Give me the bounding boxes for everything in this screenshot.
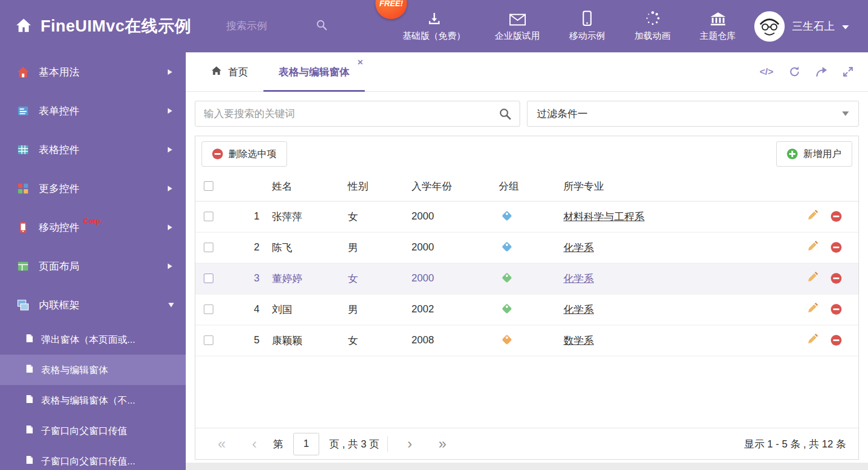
- row-checkbox[interactable]: [204, 212, 213, 221]
- pagination-bar: « ‹ 第 页 , 共 3 页 › » 显示 1 - 5 条 , 共 12 条: [195, 428, 858, 459]
- brand[interactable]: FineUIMvc在线示例: [0, 15, 226, 38]
- sidebar-item-page-layout[interactable]: 页面布局: [0, 247, 186, 285]
- refresh-icon[interactable]: [789, 66, 800, 78]
- select-all-checkbox[interactable]: [204, 181, 213, 191]
- edit-icon[interactable]: [807, 302, 818, 316]
- free-badge: FREE!: [375, 0, 407, 19]
- main-area: 首页 表格与编辑窗体 × </>: [186, 52, 868, 470]
- edit-icon[interactable]: [807, 240, 818, 254]
- col-gender: 性别: [348, 172, 411, 201]
- table-row[interactable]: 2 陈飞 男 2000 化学系: [195, 232, 858, 263]
- edit-icon[interactable]: [807, 209, 818, 223]
- cell-gender: 女: [348, 201, 411, 232]
- sidebar-subitem-popup-window[interactable]: 弹出窗体（本页面或...: [0, 324, 186, 355]
- major-link[interactable]: 材料科学与工程系: [563, 211, 645, 222]
- row-checkbox[interactable]: [204, 274, 213, 283]
- search-icon[interactable]: [499, 108, 511, 120]
- user-menu[interactable]: 三生石上: [754, 11, 868, 42]
- sidebar-item-form-controls[interactable]: 表单控件: [0, 91, 186, 130]
- sidebar-item-mobile-controls[interactable]: 移动控件 Corp.: [0, 208, 186, 247]
- header-search-input[interactable]: [226, 20, 311, 32]
- home-icon: [17, 66, 29, 78]
- table-row[interactable]: 5 康颖颖 女 2008 数学系: [195, 325, 858, 356]
- file-icon: [26, 395, 33, 406]
- row-checkbox[interactable]: [204, 305, 213, 314]
- table-row-selected[interactable]: 3 董婷婷 女 2000 化学系: [195, 263, 858, 294]
- chevron-right-icon: [168, 69, 172, 75]
- page-suffix: 页 , 共 3 页: [329, 437, 379, 451]
- tab-home[interactable]: 首页: [196, 52, 263, 91]
- col-group: 分组: [499, 172, 563, 201]
- edit-icon[interactable]: [807, 271, 818, 285]
- filter-row: 过滤条件一: [195, 101, 859, 127]
- first-page-button[interactable]: «: [205, 437, 238, 451]
- share-icon[interactable]: [816, 66, 827, 77]
- row-checkbox[interactable]: [204, 243, 213, 252]
- filter-dropdown[interactable]: 过滤条件一: [527, 101, 859, 127]
- delete-icon[interactable]: [831, 242, 842, 253]
- delete-icon[interactable]: [831, 273, 842, 284]
- expand-icon[interactable]: [843, 66, 853, 77]
- row-index: 3: [229, 263, 272, 294]
- close-icon[interactable]: ×: [357, 57, 363, 67]
- sidebar-subitem-child-to-parent-2[interactable]: 子窗口向父窗口传值...: [0, 446, 186, 470]
- sidebar: 基本用法 表单控件 表格控件 更多控件 移动控件 Corp. 页面布局: [0, 52, 186, 470]
- sidebar-item-more-controls[interactable]: 更多控件: [0, 169, 186, 208]
- delete-icon[interactable]: [831, 304, 842, 315]
- sidebar-subitem-grid-edit-window-2[interactable]: 表格与编辑窗体（不...: [0, 385, 186, 415]
- tab-label: 首页: [228, 65, 248, 79]
- tab-tools: </>: [759, 52, 868, 91]
- chevron-down-icon: [168, 303, 174, 307]
- chevron-down-icon: [842, 25, 849, 29]
- major-link[interactable]: 化学系: [563, 304, 594, 315]
- cell-year: 2008: [411, 325, 499, 356]
- cell-gender: 女: [348, 263, 411, 294]
- last-page-button[interactable]: »: [426, 437, 459, 451]
- chevron-down-icon: [842, 111, 849, 116]
- source-code-icon[interactable]: </>: [759, 66, 773, 78]
- mobile-controls-icon: [17, 221, 29, 234]
- table-header-row: 姓名 性别 入学年份 分组 所学专业: [195, 172, 858, 201]
- sidebar-item-grid-controls[interactable]: 表格控件: [0, 130, 186, 169]
- edit-icon[interactable]: [807, 333, 818, 347]
- table-row[interactable]: 1 张萍萍 女 2000 材料科学与工程系: [195, 201, 858, 232]
- widgets-icon: [17, 182, 29, 195]
- delete-selected-button[interactable]: 删除选中项: [202, 141, 287, 167]
- record-summary: 显示 1 - 5 条 , 共 12 条: [744, 437, 848, 451]
- prev-page-button[interactable]: ‹: [238, 437, 271, 451]
- horizontal-scroll-track[interactable]: [186, 463, 868, 470]
- major-link[interactable]: 化学系: [563, 242, 594, 253]
- chevron-right-icon: [168, 225, 172, 230]
- keyword-search-input[interactable]: [204, 108, 499, 120]
- page-number-input[interactable]: [293, 433, 319, 455]
- major-link[interactable]: 数学系: [563, 335, 594, 346]
- sidebar-subitem-child-to-parent[interactable]: 子窗口向父窗口传值: [0, 415, 186, 446]
- cell-name: 张萍萍: [272, 201, 348, 232]
- cell-name: 刘国: [272, 294, 348, 325]
- nav-item-basic-free[interactable]: FREE! 基础版（免费）: [388, 11, 480, 42]
- delete-icon[interactable]: [831, 211, 842, 222]
- col-index: [229, 172, 272, 201]
- nav-item-mobile-demo[interactable]: 移动示例: [554, 11, 620, 42]
- tab-grid-edit-window[interactable]: 表格与编辑窗体 ×: [263, 52, 365, 91]
- sidebar-item-basic-usage[interactable]: 基本用法: [0, 52, 186, 91]
- nav-item-loading-animation[interactable]: 加载动画: [620, 11, 685, 42]
- row-checkbox[interactable]: [204, 335, 213, 345]
- brand-home-icon: [16, 18, 32, 35]
- nav-item-theme-store[interactable]: 主题仓库: [685, 11, 750, 42]
- table-row[interactable]: 4 刘国 男 2002 化学系: [195, 294, 858, 325]
- add-user-button[interactable]: 新增用户: [776, 141, 852, 167]
- delete-icon[interactable]: [831, 335, 842, 346]
- tab-label: 表格与编辑窗体: [279, 65, 350, 79]
- sidebar-subitem-grid-edit-window[interactable]: 表格与编辑窗体: [0, 355, 186, 385]
- table-icon: [17, 144, 29, 156]
- major-link[interactable]: 化学系: [563, 273, 594, 284]
- next-page-button[interactable]: ›: [393, 437, 426, 451]
- cell-year: 2000: [411, 201, 499, 232]
- sidebar-item-inline-frame[interactable]: 内联框架: [0, 285, 186, 324]
- tag-icon: [502, 272, 512, 283]
- nav-item-enterprise-trial[interactable]: 企业版试用: [480, 11, 554, 42]
- search-icon[interactable]: [316, 20, 327, 33]
- delete-selected-label: 删除选中项: [229, 147, 276, 160]
- tab-bar: 首页 表格与编辑窗体 × </>: [186, 52, 868, 92]
